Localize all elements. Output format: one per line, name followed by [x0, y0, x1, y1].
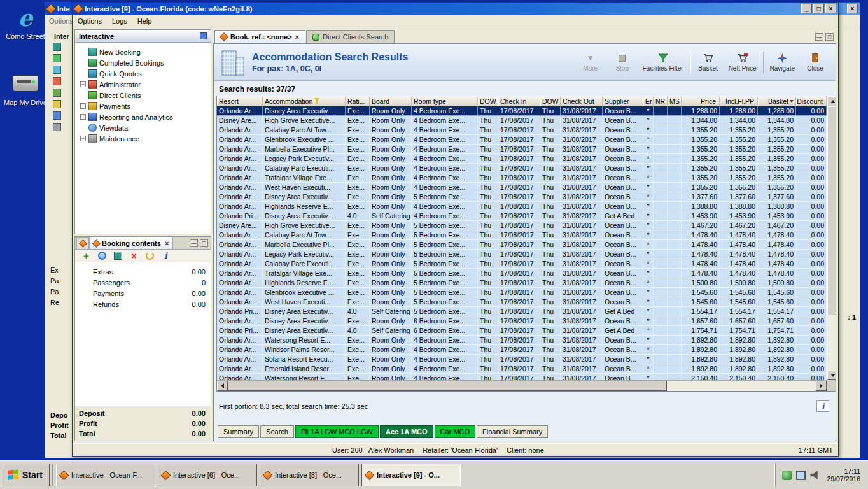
more-button[interactable]: ▼ More — [577, 51, 605, 73]
add-icon[interactable]: + — [81, 251, 91, 260]
booking-summary-row[interactable]: Extras 0.00 — [75, 266, 211, 277]
booking-summary-row[interactable]: Passengers 0 — [75, 277, 211, 288]
table-row[interactable]: Orlando Ar... Calabay Parc Executi... Ex… — [217, 259, 827, 269]
table-row[interactable]: Orlando Ar... Highlands Reserve E... Exe… — [217, 202, 827, 211]
column-header[interactable]: Incl.Fl.PP — [720, 96, 758, 106]
tray-network-icon[interactable] — [782, 471, 792, 480]
table-row[interactable]: Orlando Ar... Highlands Reserve E... Exe… — [217, 278, 827, 288]
column-header[interactable]: Supplier — [603, 96, 643, 106]
scroll-up-button[interactable] — [827, 96, 836, 106]
maximize-button[interactable]: □ — [813, 4, 824, 13]
taskbar-window-button[interactable]: Interactive [6] - Oce... — [158, 464, 257, 486]
tree-expander-icon[interactable]: + — [80, 114, 86, 120]
booking-summary-row[interactable]: Refunds 0.00 — [75, 299, 211, 309]
table-row[interactable]: Orlando Ar... Watersong Resort E... Exe.… — [217, 374, 827, 380]
tree-item[interactable]: Completed Bookings — [78, 57, 211, 68]
horizontal-scrollbar[interactable] — [217, 380, 827, 391]
table-row[interactable]: Orlando Ar... Calabay Parc At Tow... Exe… — [217, 125, 827, 135]
table-row[interactable]: Orlando Ar... Glenbrook Executive ... Ex… — [217, 288, 827, 297]
panel-maximize-button[interactable]: □ — [200, 239, 208, 247]
close-button[interactable]: × — [825, 4, 836, 13]
main-titlebar[interactable]: Interactive [9] - Ocean-Florida (code: w… — [73, 3, 838, 15]
column-header[interactable]: Room type — [412, 96, 478, 106]
column-header[interactable]: Er — [643, 96, 654, 106]
tree-item[interactable]: + Administrator — [78, 79, 211, 90]
menu-item[interactable]: Help — [137, 17, 152, 25]
bg-close-button[interactable]: × — [847, 4, 858, 13]
taskbar-window-button[interactable]: Interactive - Ocean-F... — [56, 464, 155, 486]
refresh-icon[interactable] — [145, 251, 155, 260]
table-row[interactable]: Orlando Ar... West Haven Executi... Exe.… — [217, 183, 827, 192]
export-icon[interactable] — [113, 251, 123, 260]
tree-item[interactable]: + Reporting and Analytics — [78, 111, 211, 122]
column-header[interactable]: Check Out — [561, 96, 603, 106]
horizontal-scroll-thumb[interactable] — [228, 381, 667, 391]
tree-expander-icon[interactable]: + — [80, 136, 86, 141]
menu-item[interactable]: Options — [78, 17, 102, 25]
scroll-right-button[interactable] — [816, 381, 827, 391]
booking-icon-tab[interactable] — [76, 237, 89, 249]
scroll-left-button[interactable] — [217, 381, 228, 391]
stop-button[interactable]: Stop — [608, 51, 636, 73]
info-icon[interactable]: i — [161, 251, 171, 260]
panel-minimize-button[interactable]: — — [190, 239, 198, 247]
tab-close-icon[interactable]: × — [295, 33, 299, 41]
vertical-scroll-thumb[interactable] — [827, 106, 836, 315]
table-row[interactable]: Orlando Ar... Disney Area Executiv... Ex… — [217, 316, 827, 326]
tree-item[interactable]: + Payments — [78, 101, 211, 111]
taskbar-window-button[interactable]: Interactive [8] - Oce... — [260, 464, 359, 486]
info-icon[interactable]: i — [816, 400, 829, 412]
close-view-button[interactable]: Close — [801, 51, 829, 73]
table-row[interactable]: Orlando Ar... Calabay Parc At Tow... Exe… — [217, 230, 827, 240]
column-header[interactable]: Check In — [498, 96, 540, 106]
tree-expander-icon[interactable]: + — [80, 82, 86, 87]
tab-close-icon[interactable]: × — [165, 239, 169, 247]
tree-item[interactable]: + Maintenance — [78, 133, 211, 144]
table-row[interactable]: Orlando Ar... Solana Resort Execu... Exe… — [217, 355, 827, 364]
table-row[interactable]: Disney Are... High Grove Executive... Ex… — [217, 221, 827, 230]
bottom-tab[interactable]: Summary — [218, 425, 259, 438]
taskbar-window-button[interactable]: Interactive [9] - O... — [361, 464, 461, 486]
panel-collapse-button[interactable] — [200, 32, 207, 39]
table-row[interactable]: Orlando Ar... Windsor Palms Resor... Exe… — [217, 345, 827, 355]
table-row[interactable]: Orlando Ar... Disney Area Executiv... Ex… — [217, 106, 827, 116]
table-row[interactable]: Orlando Ar... Calabay Parc Executi... Ex… — [217, 164, 827, 173]
column-header[interactable]: NR — [654, 96, 668, 106]
menu-item[interactable]: Logs — [112, 17, 127, 25]
view-minimize-button[interactable]: — — [815, 33, 823, 41]
column-header[interactable]: DOW — [478, 96, 498, 106]
tray-display-icon[interactable] — [796, 471, 806, 480]
column-header[interactable]: Accommodation — [263, 96, 346, 106]
table-row[interactable]: Disney Are... High Grove Executive... Ex… — [217, 116, 827, 125]
table-row[interactable]: Orlando Ar... Trafalgar Village Exe... E… — [217, 173, 827, 183]
desktop-icon-como-street[interactable]: e Como Street — [3, 5, 48, 40]
column-header[interactable]: Basket — [758, 96, 796, 106]
table-row[interactable]: Orlando Ar... Marbella Executive Pl... E… — [217, 145, 827, 154]
table-row[interactable]: Orlando Pri... Disney Area Executiv... 4… — [217, 307, 827, 316]
column-header[interactable]: Price — [682, 96, 720, 106]
table-row[interactable]: Orlando Pri... Disney Area Executiv... 4… — [217, 211, 827, 221]
table-row[interactable]: Orlando Ar... Legacy Park Executiv... Ex… — [217, 250, 827, 259]
column-filter-icon[interactable] — [314, 98, 319, 104]
tree-item[interactable]: New Booking — [78, 46, 211, 57]
column-header[interactable]: DOW — [540, 96, 561, 106]
bottom-tab[interactable]: Search — [260, 425, 294, 438]
bottom-tab[interactable]: Financial Summary — [477, 425, 548, 438]
table-row[interactable]: Orlando Ar... Legacy Park Executiv... Ex… — [217, 154, 827, 164]
column-header[interactable]: Rati... — [346, 96, 370, 106]
bottom-tab[interactable]: Flt 1A LGW MCO LGW — [295, 425, 379, 438]
table-row[interactable]: Orlando Ar... West Haven Executi... Exe.… — [217, 297, 827, 307]
vertical-scrollbar[interactable] — [827, 96, 836, 380]
tree-item[interactable]: Quick Quotes — [78, 68, 211, 79]
desktop-icon-map-my-drive[interactable]: Map My Drive — [3, 71, 48, 106]
bottom-tab[interactable]: Acc 1A MCO — [380, 425, 433, 438]
view-maximize-button[interactable]: □ — [825, 33, 834, 41]
column-filter-icon[interactable] — [790, 100, 794, 103]
table-row[interactable]: Orlando Ar... Watersong Resort E... Exe.… — [217, 336, 827, 345]
navigate-button[interactable]: Navigate — [767, 51, 797, 73]
workspace-tab[interactable]: Book. ref.: <none> × — [214, 30, 305, 43]
tree-expander-icon[interactable]: + — [80, 103, 86, 109]
facilities-filter-button[interactable]: Facilities Filter — [640, 51, 686, 73]
minimize-button[interactable]: _ — [801, 4, 812, 13]
table-row[interactable]: Orlando Ar... Disney Area Executiv... Ex… — [217, 192, 827, 202]
